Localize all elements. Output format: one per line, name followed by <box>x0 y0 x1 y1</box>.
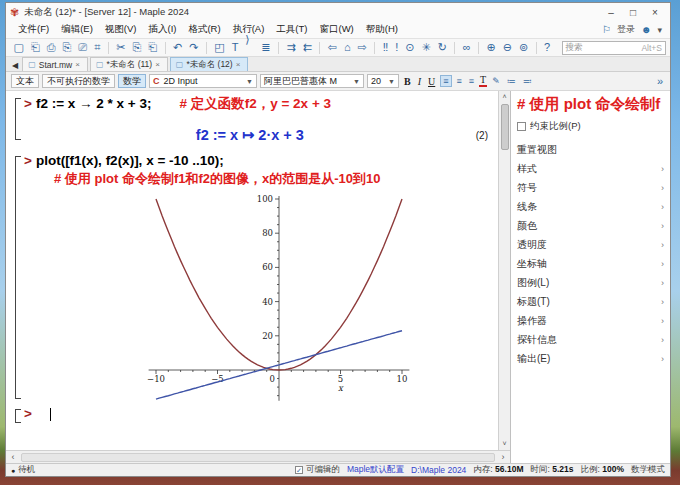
svg-text:10: 10 <box>397 374 408 384</box>
debug-icon[interactable]: ✳ <box>418 39 434 56</box>
align-right-button[interactable]: ≡ <box>467 76 476 86</box>
sidebar-item-2[interactable]: 线条› <box>517 197 664 216</box>
plot-output[interactable]: −10−5051020406080100x <box>112 194 457 402</box>
checkbox-icon[interactable] <box>517 122 526 131</box>
user-account-icon[interactable]: ☻ <box>637 24 656 35</box>
login-button[interactable]: 登录 <box>615 23 637 36</box>
scroll-left-icon[interactable]: ‹ <box>6 452 20 462</box>
menu-8[interactable]: 帮助(H) <box>360 22 404 35</box>
execute-icon[interactable]: ! <box>392 39 402 56</box>
hyperlink-icon[interactable]: ∞ <box>459 39 474 56</box>
font-color-button[interactable]: T <box>479 75 487 87</box>
zoom-out-icon[interactable]: ⊖ <box>499 39 515 56</box>
close-button[interactable]: × <box>644 7 666 18</box>
sidebar-item-reset-view[interactable]: 重置视图 <box>517 140 664 159</box>
minimize-button[interactable]: – <box>600 7 622 18</box>
style-dropdown[interactable]: C 2D Input ▼ <box>149 74 257 88</box>
editable-checkbox[interactable]: ✓ 可编辑的 <box>295 464 340 476</box>
tab-0[interactable]: ▢Start.mw× <box>22 57 88 71</box>
sidebar-item-3[interactable]: 颜色› <box>517 216 664 235</box>
menu-0[interactable]: 文件(F) <box>12 22 55 35</box>
sidebar-item-1[interactable]: 符号› <box>517 178 664 197</box>
font-size-dropdown[interactable]: 20 ▼ <box>367 74 399 88</box>
underline-button[interactable]: U <box>426 76 437 87</box>
numbered-list-button[interactable]: ≕ <box>521 76 534 86</box>
hscroll-track[interactable] <box>21 453 495 462</box>
bold-button[interactable]: B <box>402 76 413 87</box>
menu-2[interactable]: 视图(V) <box>99 22 143 35</box>
zoom-in-icon[interactable]: ⊕ <box>483 39 499 56</box>
interrupt-icon[interactable]: ⊙ <box>402 39 418 56</box>
tab-2[interactable]: ▢*未命名 (12)× <box>170 57 249 71</box>
vscroll-thumb[interactable] <box>501 104 509 150</box>
back-icon[interactable]: ⇦ <box>324 39 340 56</box>
help-icon[interactable]: ? <box>540 39 553 56</box>
print-preview-icon[interactable]: ⎚ <box>75 39 91 56</box>
print-icon[interactable]: ⎘ <box>59 39 75 56</box>
search-input[interactable]: 搜索Alt+S <box>562 41 666 55</box>
empty-input-line[interactable]: > <box>24 406 498 421</box>
bullet-list-button[interactable]: ≔ <box>505 76 518 86</box>
nonexec-math-button[interactable]: 不可执行的数学 <box>42 74 115 88</box>
undo-icon[interactable]: ↶ <box>169 39 185 56</box>
save-file-icon[interactable]: ⎙ <box>43 39 59 56</box>
align-center-button[interactable]: ≡ <box>455 76 464 86</box>
align-left-button[interactable]: ≡ <box>440 75 451 87</box>
new-file-icon[interactable]: ▢ <box>10 39 27 56</box>
input-line-2[interactable]: >plot([f1(x), f2(x)], x = -10 ..10); <box>24 153 498 168</box>
formatbar-overflow-chevron[interactable]: » <box>657 75 665 87</box>
sidebar-item-9[interactable]: 探针信息› <box>517 330 664 349</box>
execute-all-icon[interactable]: ‼ <box>379 39 392 56</box>
paste-icon[interactable]: ⎗ <box>145 39 161 56</box>
menu-6[interactable]: 工具(T) <box>270 22 313 35</box>
home-icon[interactable]: ⌂ <box>340 39 354 56</box>
math-mode-button[interactable]: 数学 <box>118 74 146 88</box>
horizontal-scrollbar[interactable]: ‹ › <box>6 450 510 463</box>
copy-icon[interactable]: ⎘ <box>129 39 145 56</box>
input-line-1[interactable]: >f2 := x → 2 * x + 3;# 定义函数f2，y = 2x + 3 <box>24 95 498 113</box>
user-caret-icon[interactable]: ▾ <box>655 25 664 35</box>
checkbox-checked-icon[interactable]: ✓ <box>295 466 303 474</box>
section-icon[interactable]: ⌗ <box>91 39 104 56</box>
notifications-bell-icon[interactable]: ⚐ <box>598 24 615 35</box>
maximize-button[interactable]: □ <box>622 7 644 18</box>
worksheet[interactable]: >f2 := x → 2 * x + 3;# 定义函数f2，y = 2x + 3… <box>6 91 498 450</box>
menu-3[interactable]: 插入(I) <box>142 22 182 35</box>
sidebar-item-4[interactable]: 透明度› <box>517 235 664 254</box>
tab-close-icon[interactable]: × <box>155 60 160 69</box>
insert-section-icon[interactable]: ≣ <box>258 39 274 56</box>
highlight-pen-button[interactable]: ✎ <box>490 76 502 86</box>
insert-text-icon[interactable]: T <box>228 39 242 56</box>
sidebar-item-5[interactable]: 坐标轴› <box>517 254 664 273</box>
menu-1[interactable]: 编辑(E) <box>55 22 99 35</box>
text-mode-button[interactable]: 文本 <box>11 74 39 88</box>
scroll-up-icon[interactable]: ˄ <box>502 91 506 103</box>
scroll-down-icon[interactable]: ˅ <box>502 438 506 450</box>
outdent-icon[interactable]: ⇇ <box>299 39 315 56</box>
sidebar-item-0[interactable]: 样式› <box>517 159 664 178</box>
menu-7[interactable]: 窗口(W) <box>313 22 359 35</box>
redo-icon[interactable]: ↷ <box>186 39 202 56</box>
indent-icon[interactable]: ⇉ <box>283 39 299 56</box>
menu-4[interactable]: 格式(R) <box>182 22 226 35</box>
profile-link[interactable]: Maple默认配置 <box>347 464 404 476</box>
sidebar-item-8[interactable]: 操作器› <box>517 311 664 330</box>
scroll-right-icon[interactable]: › <box>496 452 510 462</box>
inspect-doc-icon[interactable]: ◰ <box>211 39 228 56</box>
sidebar-item-6[interactable]: 图例(L)› <box>517 273 664 292</box>
cut-icon[interactable]: ✂ <box>113 39 129 56</box>
open-file-icon[interactable]: ⎗ <box>27 39 43 56</box>
sidebar-item-7[interactable]: 标题(T)› <box>517 292 664 311</box>
vertical-scrollbar[interactable]: ˄ ˅ <box>498 91 510 450</box>
constrained-scaling-checkbox[interactable]: 约束比例(P) <box>517 120 664 133</box>
zoom-reset-icon[interactable]: ⊚ <box>515 39 531 56</box>
tab-scroll-left[interactable]: ◀ <box>8 61 22 71</box>
forward-icon[interactable]: ⇨ <box>354 39 370 56</box>
tab-close-icon[interactable]: × <box>236 60 241 69</box>
restart-icon[interactable]: ↻ <box>434 39 450 56</box>
font-dropdown[interactable]: 阿里巴巴普惠体 M ▼ <box>260 74 364 88</box>
sidebar-item-10[interactable]: 输出(E)› <box>517 349 664 368</box>
tab-1[interactable]: ▢*未命名 (11)× <box>90 57 168 71</box>
italic-button[interactable]: I <box>416 76 423 87</box>
tab-close-icon[interactable]: × <box>75 60 80 69</box>
